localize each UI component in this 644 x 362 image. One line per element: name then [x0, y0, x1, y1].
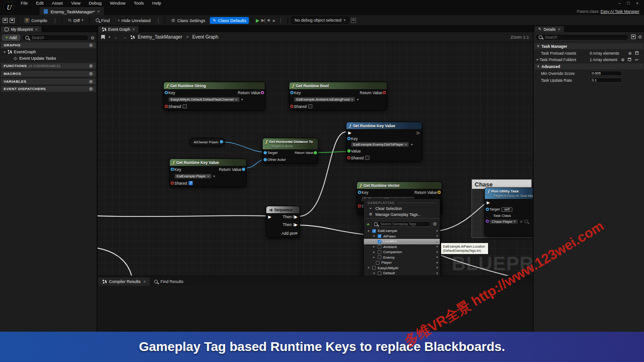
blueprint-search[interactable] — [22, 34, 89, 41]
tag-checkbox[interactable] — [372, 229, 376, 233]
eject-icon[interactable]: ▲ — [272, 18, 276, 23]
play-icon[interactable]: ▶ — [256, 18, 259, 23]
chevron-down-icon[interactable]: ▾ — [436, 255, 438, 259]
tag-tree-item-default[interactable]: ▾ Default ▾ — [364, 271, 440, 276]
key-pin[interactable] — [290, 91, 293, 94]
add-button[interactable]: + Add — [2, 34, 20, 41]
tag-checkbox[interactable] — [378, 272, 381, 275]
shared-checkbox[interactable] — [183, 104, 187, 108]
close-icon[interactable]: × — [636, 1, 638, 6]
shared-pin[interactable] — [290, 105, 293, 108]
compiler-results-tab[interactable]: Compiler Results × — [98, 277, 150, 286]
tag-tree-item-easyutilityai[interactable]: ▾ EasyUtilityAI ▾ — [364, 266, 440, 271]
variables-section-header[interactable]: VARIABLES ⊕ — [1, 79, 96, 85]
display-filter-icon[interactable] — [631, 34, 636, 39]
caret-right-icon[interactable]: ▸ — [372, 245, 376, 249]
node-aiowner-pawn[interactable]: AIOwner Pawn — [190, 138, 225, 146]
menu-asset[interactable]: Asset — [48, 0, 67, 6]
exec-in-pin[interactable]: ▶ — [487, 200, 490, 205]
settings-gear-icon[interactable]: ⚙ — [91, 35, 95, 40]
chevron-down-icon[interactable]: ▾ — [436, 266, 438, 270]
gameplay-tag-chip[interactable]: EasyUtilityAI.Default.DefaultTaskChannel… — [168, 97, 240, 102]
asset-tab[interactable]: Enemy_TaskManager* × — [40, 7, 104, 15]
add-pin-icon[interactable]: ⊕ — [294, 231, 298, 236]
menu-view[interactable]: View — [67, 0, 84, 6]
menu-debug[interactable]: Debug — [85, 0, 106, 6]
chevron-down-icon[interactable]: ▾ — [109, 35, 110, 39]
chevron-down-icon[interactable]: ▾ — [411, 143, 413, 147]
details-settings-icon[interactable]: ⚙ — [638, 34, 642, 40]
blueprint-search-input[interactable] — [31, 35, 86, 40]
tag-tree-item-location[interactable]: Location ▾ — [364, 239, 440, 244]
tag-tree-item-companion[interactable]: ▸ Companion ▾ — [364, 249, 440, 255]
chevron-down-icon[interactable]: ▾ — [436, 240, 438, 243]
menu-edit[interactable]: Edit — [32, 0, 47, 6]
clear-tag-icon[interactable]: × — [235, 97, 237, 102]
add-array-element-icon[interactable]: ⊕ — [628, 51, 632, 56]
reset-to-default-icon[interactable]: ↩ — [635, 57, 638, 62]
close-tab-icon[interactable]: × — [132, 27, 135, 32]
tag-tree-item-eaiexample[interactable]: ▾ EaiExample ▾ — [364, 228, 440, 234]
maximize-icon[interactable]: □ — [627, 1, 629, 6]
close-tab-icon[interactable]: × — [98, 9, 100, 14]
exec-in-pin[interactable]: ▶ — [268, 215, 271, 219]
hide-unrelated-button[interactable]: ◑ Hide Unrelated — [115, 17, 154, 24]
clear-array-icon[interactable] — [635, 51, 638, 55]
caret-down-icon[interactable]: ▾ — [372, 272, 376, 275]
class-defaults-button[interactable]: ✎ Class Defaults — [210, 17, 249, 24]
breadcrumb-leaf[interactable]: Event Graph — [192, 34, 218, 40]
chevron-down-icon[interactable]: ▾ — [436, 272, 438, 275]
menu-file[interactable]: File — [17, 0, 32, 6]
tag-checkbox[interactable] — [376, 261, 380, 265]
target-pin[interactable] — [264, 151, 267, 154]
task-update-rate-input[interactable] — [590, 78, 622, 83]
frame-skip-icon[interactable]: ▶| — [261, 18, 265, 23]
details-search-input[interactable] — [544, 34, 626, 40]
tag-tree-item-aipawn[interactable]: ▾ AiPawn ▾ — [364, 234, 440, 239]
shared-pin[interactable] — [347, 156, 351, 159]
add-variable-icon[interactable]: ⊕ — [89, 79, 93, 84]
value-pin[interactable] — [347, 149, 351, 153]
then1-exec-pin[interactable]: ▶ — [294, 222, 298, 227]
tag-tree-item-ambient[interactable]: ▸ Ambient ▾ — [364, 244, 440, 250]
my-blueprint-tab[interactable]: My Blueprint × — [1, 26, 41, 32]
shared-pin[interactable] — [358, 204, 361, 208]
sidebar-item-event-update-tasks[interactable]: ◇ Event Update Tasks — [14, 56, 56, 61]
use-selected-icon[interactable]: ⊖ — [520, 220, 523, 224]
caret-right-icon[interactable]: ▸ — [372, 250, 376, 254]
gameplay-tag-chip[interactable]: EaiExample.Player × — [174, 174, 212, 179]
tag-checkbox[interactable] — [378, 250, 381, 254]
node-get-runtime-key-value[interactable]: ƒ Get Runtime Key Value Key Return Value… — [169, 158, 247, 187]
breadcrumb-root[interactable]: Enemy_TaskManager — [138, 34, 183, 40]
menu-window[interactable]: Window — [106, 0, 130, 6]
debug-object-select[interactable]: No debug object selected ▾ — [291, 17, 349, 24]
caret-right-icon[interactable]: ▸ — [537, 57, 539, 62]
find-results-tab[interactable]: Find Results — [150, 277, 188, 286]
tag-checkbox[interactable] — [378, 234, 381, 238]
min-override-score-input[interactable] — [590, 71, 622, 76]
clear-tag-icon[interactable]: × — [207, 174, 209, 178]
other-actor-pin[interactable] — [264, 158, 267, 161]
compile-button[interactable]: ? Compile — [22, 17, 50, 24]
gameplay-tag-chip[interactable]: EaiExample.Ambient.IsEatingFood × — [294, 97, 355, 102]
key-pin[interactable] — [171, 168, 174, 171]
chevron-down-icon[interactable]: ▾ — [213, 175, 215, 178]
pawn-output-pin[interactable] — [220, 140, 223, 143]
graphs-section-header[interactable]: GRAPHS ⊕ — [1, 42, 96, 48]
diff-button[interactable]: ⇆ Diff ▾ — [65, 17, 86, 24]
close-tab-icon[interactable]: × — [144, 279, 146, 284]
caret-down-icon[interactable]: ▾ — [4, 50, 6, 54]
save-icon[interactable] — [3, 18, 8, 23]
chevron-down-icon[interactable]: ▾ — [242, 98, 243, 102]
clear-tag-icon[interactable]: × — [405, 142, 407, 147]
return-value-pin[interactable] — [242, 168, 245, 171]
chevron-down-icon[interactable]: ▾ — [436, 250, 438, 254]
shared-checkbox[interactable] — [308, 104, 312, 108]
target-pin[interactable] — [486, 208, 489, 211]
node-get-runtime-string[interactable]: ƒ Get Runtime String Key Return Value Ea… — [163, 82, 265, 110]
close-panel-icon[interactable]: × — [35, 27, 37, 32]
chevron-down-icon[interactable]: ▾ — [436, 234, 438, 238]
tag-search[interactable] — [371, 221, 431, 227]
caret-right-icon[interactable]: ▸ — [372, 255, 376, 259]
shared-pin[interactable] — [165, 105, 168, 108]
